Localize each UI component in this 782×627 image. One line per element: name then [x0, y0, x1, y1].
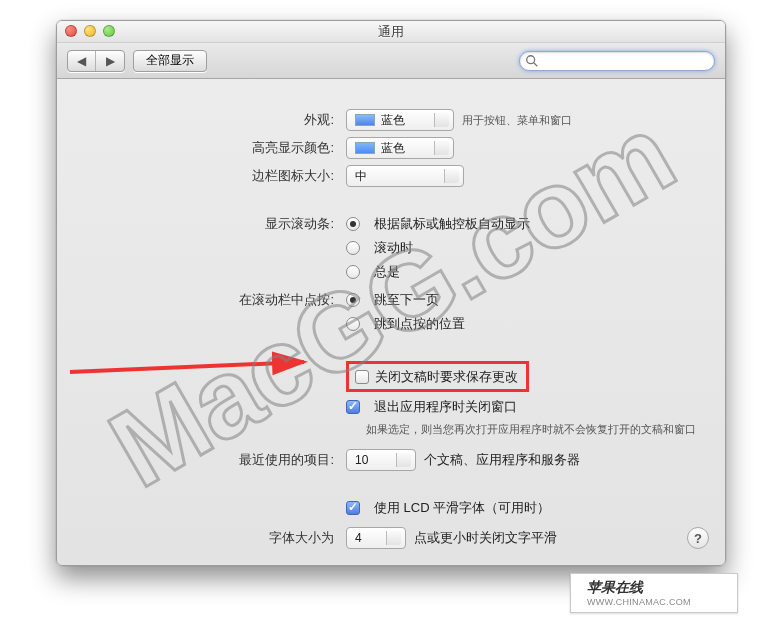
sidebar-icon-label: 边栏图标大小: — [81, 167, 346, 185]
footer-badge: 苹果在线 WWW.CHINAMAC.COM — [570, 573, 738, 613]
close-windows-label[interactable]: 退出应用程序时关闭窗口 — [374, 398, 517, 416]
highlight-popup[interactable]: 蓝色 ▲▼ — [346, 137, 454, 159]
color-swatch-icon — [355, 114, 375, 126]
sidebar-icon-value: 中 — [355, 168, 367, 185]
preferences-window: 通用 ◀ ▶ 全部显示 外观: 蓝色 ▲▼ 用于按钮、菜单和窗口 — [56, 20, 726, 566]
minimize-window-button[interactable] — [84, 25, 96, 37]
window-controls — [65, 25, 115, 37]
show-all-button[interactable]: 全部显示 — [133, 50, 207, 72]
window-title: 通用 — [378, 23, 404, 41]
scroll-click-radio-spot[interactable] — [346, 317, 360, 331]
recent-value: 10 — [355, 453, 368, 467]
content: 外观: 蓝色 ▲▼ 用于按钮、菜单和窗口 高亮显示颜色: 蓝色 ▲▼ — [57, 79, 725, 565]
scrollbar-opt-always[interactable]: 总是 — [374, 263, 400, 281]
color-swatch-icon — [355, 142, 375, 154]
ask-save-label[interactable]: 关闭文稿时要求保存更改 — [375, 368, 518, 386]
scrollbar-opt-scrolling[interactable]: 滚动时 — [374, 239, 413, 257]
lcd-smoothing-label[interactable]: 使用 LCD 平滑字体（可用时） — [374, 499, 550, 517]
back-button[interactable]: ◀ — [68, 51, 96, 71]
highlight-value: 蓝色 — [381, 140, 405, 157]
sidebar-icon-popup[interactable]: 中 ▲▼ — [346, 165, 464, 187]
forward-button[interactable]: ▶ — [96, 51, 124, 71]
scroll-click-opt-page[interactable]: 跳至下一页 — [374, 291, 439, 309]
scrollbar-opt-auto[interactable]: 根据鼠标或触控板自动显示 — [374, 215, 530, 233]
scrollbar-radio-auto[interactable] — [346, 217, 360, 231]
close-windows-checkbox[interactable] — [346, 400, 360, 414]
appearance-value: 蓝色 — [381, 112, 405, 129]
ask-save-checkbox[interactable] — [355, 370, 369, 384]
toolbar: ◀ ▶ 全部显示 — [57, 43, 725, 79]
search-input[interactable] — [519, 51, 715, 71]
titlebar: 通用 — [57, 21, 725, 43]
close-window-button[interactable] — [65, 25, 77, 37]
scrollbar-radio-scrolling[interactable] — [346, 241, 360, 255]
scrollbar-label: 显示滚动条: — [81, 215, 346, 233]
svg-point-0 — [527, 55, 535, 63]
scrollbar-radio-always[interactable] — [346, 265, 360, 279]
zoom-window-button[interactable] — [103, 25, 115, 37]
close-windows-hint: 如果选定，则当您再次打开应用程序时就不会恢复打开的文稿和窗口 — [346, 422, 696, 437]
annotation-highlight: 关闭文稿时要求保存更改 — [346, 361, 529, 392]
lcd-smoothing-checkbox[interactable] — [346, 501, 360, 515]
appearance-popup[interactable]: 蓝色 ▲▼ — [346, 109, 454, 131]
font-smooth-hint: 点或更小时关闭文字平滑 — [414, 529, 557, 547]
search-wrap — [519, 51, 715, 71]
highlight-label: 高亮显示颜色: — [81, 139, 346, 157]
svg-line-1 — [534, 62, 538, 66]
recent-hint: 个文稿、应用程序和服务器 — [424, 451, 580, 469]
font-smooth-label: 字体大小为 — [81, 529, 346, 547]
footer-brand: 苹果在线 — [587, 579, 691, 597]
font-smooth-popup[interactable]: 4 ▲▼ — [346, 527, 406, 549]
font-smooth-value: 4 — [355, 531, 362, 545]
search-icon — [525, 54, 539, 68]
nav-segment: ◀ ▶ — [67, 50, 125, 72]
scroll-click-radio-page[interactable] — [346, 293, 360, 307]
footer-url: WWW.CHINAMAC.COM — [587, 597, 691, 607]
recent-label: 最近使用的项目: — [81, 451, 346, 469]
scroll-click-opt-spot[interactable]: 跳到点按的位置 — [374, 315, 465, 333]
appearance-label: 外观: — [81, 111, 346, 129]
appearance-hint: 用于按钮、菜单和窗口 — [462, 113, 572, 128]
recent-popup[interactable]: 10 ▲▼ — [346, 449, 416, 471]
scroll-click-label: 在滚动栏中点按: — [81, 291, 346, 309]
help-button[interactable]: ? — [687, 527, 709, 549]
